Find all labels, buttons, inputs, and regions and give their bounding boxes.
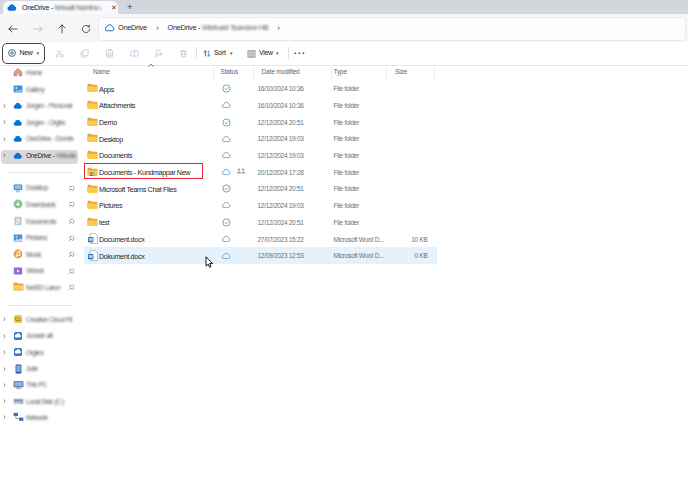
svg-text:Cc: Cc bbox=[15, 316, 22, 322]
svg-text:W: W bbox=[89, 237, 93, 242]
svg-text:W: W bbox=[89, 254, 93, 259]
